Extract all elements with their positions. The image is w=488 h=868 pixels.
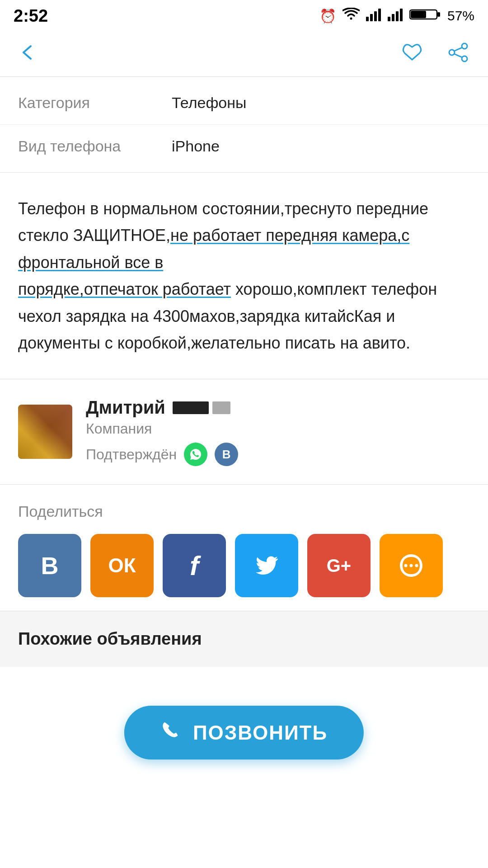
phone-type-label: Вид телефона: [18, 137, 172, 155]
call-button[interactable]: ПОЗВОНИТЬ: [124, 706, 364, 760]
svg-rect-3: [378, 9, 381, 21]
svg-rect-10: [411, 11, 426, 18]
category-label: Категория: [18, 94, 172, 112]
seller-company: Компания: [86, 420, 470, 437]
svg-rect-2: [374, 11, 377, 21]
seller-avatar: [18, 405, 72, 459]
share-gp-button[interactable]: G+: [307, 534, 371, 597]
category-value: Телефоны: [172, 94, 246, 112]
description-text: Телефон в нормальном состоянии,треснуто …: [18, 195, 470, 356]
svg-point-11: [462, 43, 467, 49]
details-section: Категория Телефоны Вид телефона iPhone: [0, 77, 488, 173]
svg-point-16: [404, 564, 408, 567]
battery-indicator: [409, 8, 441, 24]
phone-type-row: Вид телефона iPhone: [0, 125, 488, 168]
share-title: Поделиться: [18, 503, 470, 520]
similar-section: Похожие объявления: [0, 611, 488, 667]
phone-icon: [160, 719, 182, 746]
seller-name-censored: [173, 401, 230, 414]
svg-rect-5: [392, 14, 394, 21]
share-section: Поделиться В ОК f G+: [0, 485, 488, 611]
seller-verified-row: Подтверждён В: [86, 443, 470, 466]
svg-rect-1: [370, 14, 373, 21]
seller-verified-text: Подтверждён: [86, 446, 177, 463]
share-more-button[interactable]: [380, 534, 443, 597]
seller-name: Дмитрий: [86, 397, 165, 418]
nav-actions: [400, 41, 470, 68]
wifi-icon: [343, 8, 360, 24]
svg-rect-9: [437, 12, 440, 17]
signal-icon-2: [388, 8, 403, 24]
share-tw-button[interactable]: [235, 534, 298, 597]
svg-rect-4: [388, 17, 390, 21]
favorite-button[interactable]: [400, 41, 424, 68]
seller-info: Дмитрий Компания Подтверждён В: [86, 397, 470, 466]
battery-percent: 57%: [447, 8, 474, 24]
back-button[interactable]: [18, 41, 38, 68]
underline-1: не работает передняя камера,: [170, 226, 401, 245]
svg-point-18: [415, 564, 418, 567]
svg-point-12: [449, 50, 455, 55]
svg-line-14: [454, 47, 462, 51]
whatsapp-badge[interactable]: [184, 443, 207, 466]
seller-section: Дмитрий Компания Подтверждён В: [0, 379, 488, 485]
similar-title: Похожие объявления: [18, 629, 470, 649]
call-button-label: ПОЗВОНИТЬ: [193, 722, 328, 744]
category-row: Категория Телефоны: [0, 81, 488, 125]
share-fb-button[interactable]: f: [163, 534, 226, 597]
svg-point-17: [410, 564, 413, 567]
description-section: Телефон в нормальном состоянии,треснуто …: [0, 173, 488, 379]
svg-rect-0: [366, 17, 369, 21]
share-ok-button[interactable]: ОК: [90, 534, 154, 597]
status-icons: ⏰: [319, 8, 474, 24]
svg-rect-7: [400, 9, 403, 21]
nav-bar: [0, 32, 488, 77]
status-time: 2:52: [14, 6, 48, 26]
seller-name-row: Дмитрий: [86, 397, 470, 418]
censor-gray: [212, 401, 230, 414]
svg-point-13: [462, 56, 467, 61]
share-vk-button[interactable]: В: [18, 534, 81, 597]
alarm-icon: ⏰: [319, 8, 336, 24]
underline-3: порядке,отпечаток работает: [18, 280, 231, 298]
phone-type-value: iPhone: [172, 137, 220, 155]
svg-line-15: [454, 54, 462, 57]
share-buttons: В ОК f G+: [18, 534, 470, 597]
censor-dark: [173, 401, 209, 414]
call-button-container: ПОЗВОНИТЬ: [124, 706, 364, 760]
signal-icon-1: [366, 8, 381, 24]
status-bar: 2:52 ⏰: [0, 0, 488, 32]
share-button[interactable]: [446, 41, 470, 68]
svg-rect-6: [396, 11, 399, 21]
vk-badge[interactable]: В: [215, 443, 238, 466]
